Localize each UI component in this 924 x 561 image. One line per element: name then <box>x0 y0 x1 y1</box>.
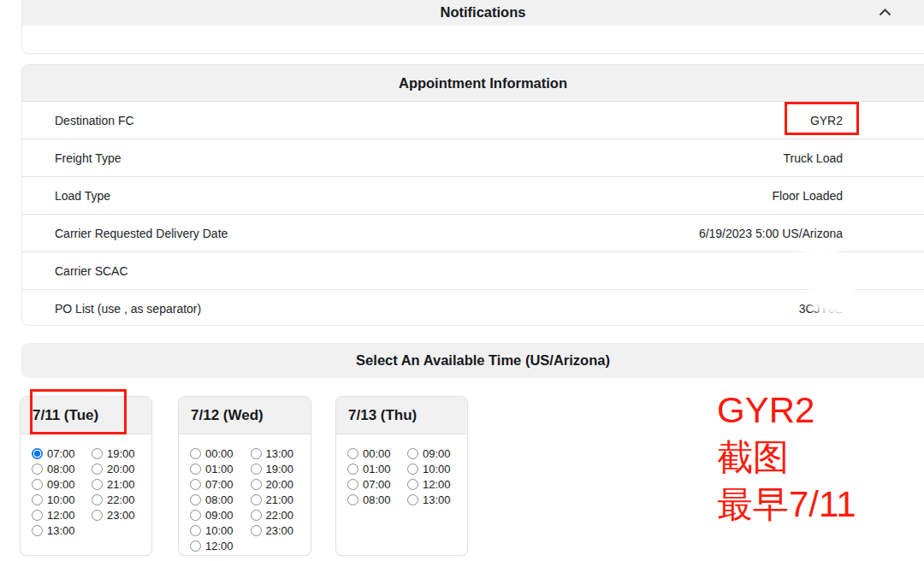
time-column: 07:0008:0009:0010:0012:0013:00 <box>32 446 92 538</box>
radio-icon[interactable] <box>251 464 262 475</box>
radio-icon[interactable] <box>407 464 418 475</box>
time-option[interactable]: 01:00 <box>190 461 251 476</box>
time-option[interactable]: 22:00 <box>92 492 151 507</box>
info-value: Floor Loaded <box>772 189 843 203</box>
radio-icon[interactable] <box>92 464 103 475</box>
info-label: Carrier Requested Delivery Date <box>55 227 228 240</box>
appointment-info-title: Appointment Information <box>22 65 924 101</box>
time-option[interactable]: 07:00 <box>32 446 92 461</box>
notifications-body <box>21 26 924 54</box>
radio-icon[interactable] <box>347 464 358 475</box>
time-option-label: 07:00 <box>363 478 391 491</box>
radio-icon[interactable] <box>347 448 358 459</box>
info-label: Destination FC <box>55 114 134 127</box>
info-row: Carrier SCAC <box>22 251 924 289</box>
radio-icon[interactable] <box>92 510 103 521</box>
time-column: 19:0020:0021:0022:0023:00 <box>92 446 151 538</box>
time-column: 09:0010:0012:0013:00 <box>407 446 467 507</box>
radio-icon[interactable] <box>407 448 418 459</box>
radio-icon[interactable] <box>251 448 262 459</box>
radio-icon[interactable] <box>190 464 201 475</box>
radio-icon[interactable] <box>92 479 103 490</box>
time-option-label: 12:00 <box>205 540 234 552</box>
time-option[interactable]: 23:00 <box>251 523 311 538</box>
radio-icon[interactable] <box>92 448 103 459</box>
highlight-box-gyr2 <box>785 102 859 135</box>
radio-icon[interactable] <box>32 479 43 490</box>
radio-icon[interactable] <box>32 464 43 475</box>
radio-icon[interactable] <box>190 510 201 521</box>
time-option[interactable]: 09:00 <box>190 507 251 523</box>
time-option[interactable]: 22:00 <box>251 507 311 523</box>
radio-icon[interactable] <box>32 525 43 536</box>
time-option[interactable]: 01:00 <box>347 461 407 476</box>
time-option[interactable]: 07:00 <box>190 476 251 492</box>
time-option[interactable]: 19:00 <box>251 461 311 476</box>
notifications-header: Notifications <box>21 0 924 26</box>
time-option[interactable]: 20:00 <box>251 476 311 492</box>
highlight-box-date-711 <box>30 389 127 434</box>
radio-icon[interactable] <box>190 525 201 536</box>
radio-icon[interactable] <box>92 494 103 505</box>
time-option[interactable]: 12:00 <box>190 538 251 553</box>
radio-icon[interactable] <box>347 479 358 490</box>
time-option-label: 23:00 <box>107 509 135 522</box>
radio-selected-icon[interactable] <box>32 448 43 459</box>
radio-icon[interactable] <box>190 494 201 505</box>
time-option[interactable]: 19:00 <box>92 446 151 461</box>
time-column: 13:0019:0020:0021:0022:0023:00 <box>251 446 311 553</box>
radio-icon[interactable] <box>347 494 358 505</box>
time-option[interactable]: 13:00 <box>251 446 311 461</box>
radio-icon[interactable] <box>251 525 262 536</box>
time-option[interactable]: 00:00 <box>347 446 407 461</box>
radio-icon[interactable] <box>32 510 43 521</box>
time-option[interactable]: 12:00 <box>32 507 92 523</box>
annotation-line: GYR2 <box>717 387 856 434</box>
time-option-label: 08:00 <box>47 463 75 475</box>
time-option[interactable]: 20:00 <box>92 461 151 476</box>
chevron-up-icon[interactable] <box>876 3 893 21</box>
time-option[interactable]: 08:00 <box>190 492 251 507</box>
time-option[interactable]: 23:00 <box>92 507 151 523</box>
time-option-label: 13:00 <box>47 524 75 537</box>
radio-icon[interactable] <box>32 494 43 505</box>
time-option[interactable]: 08:00 <box>347 492 407 507</box>
radio-icon[interactable] <box>251 510 262 521</box>
time-option[interactable]: 08:00 <box>32 461 92 476</box>
time-select-title: Select An Available Time (US/Arizona) <box>21 343 924 378</box>
time-option[interactable]: 10:00 <box>32 492 92 507</box>
time-option[interactable]: 21:00 <box>251 492 311 507</box>
day-card: 7/13 (Thu)00:0001:0007:0008:0009:0010:00… <box>335 396 468 556</box>
time-option[interactable]: 07:00 <box>347 476 407 492</box>
radio-icon[interactable] <box>190 479 201 490</box>
time-column: 00:0001:0007:0008:0009:0010:0012:00 <box>190 446 251 553</box>
time-option[interactable]: 09:00 <box>32 476 92 492</box>
radio-icon[interactable] <box>190 448 201 459</box>
time-option-label: 20:00 <box>107 463 135 475</box>
time-option[interactable]: 21:00 <box>92 476 151 492</box>
radio-icon[interactable] <box>251 479 262 490</box>
time-option-label: 21:00 <box>107 478 135 491</box>
radio-icon[interactable] <box>190 540 201 552</box>
time-option[interactable]: 13:00 <box>32 523 92 538</box>
day-card-header: 7/13 (Thu) <box>336 397 467 434</box>
time-option[interactable]: 10:00 <box>190 523 251 538</box>
time-option[interactable]: 13:00 <box>407 492 467 507</box>
day-card-body: 00:0001:0007:0008:0009:0010:0012:0013:00 <box>336 434 467 507</box>
radio-icon[interactable] <box>251 494 262 505</box>
time-option[interactable]: 10:00 <box>407 461 467 476</box>
time-option-label: 23:00 <box>266 524 294 537</box>
time-option-label: 10:00 <box>47 493 75 506</box>
time-option-label: 09:00 <box>423 447 451 460</box>
time-option-label: 12:00 <box>423 478 451 491</box>
time-option-label: 20:00 <box>266 478 294 491</box>
radio-icon[interactable] <box>407 479 418 490</box>
time-option-label: 12:00 <box>47 509 75 522</box>
time-option[interactable]: 00:00 <box>190 446 251 461</box>
time-option-label: 10:00 <box>205 524 234 537</box>
time-option[interactable]: 12:00 <box>407 476 467 492</box>
radio-icon[interactable] <box>407 494 418 505</box>
time-option[interactable]: 09:00 <box>407 446 467 461</box>
info-row: Carrier Requested Delivery Date6/19/2023… <box>22 214 924 251</box>
info-row: Freight TypeTruck Load <box>22 139 924 176</box>
